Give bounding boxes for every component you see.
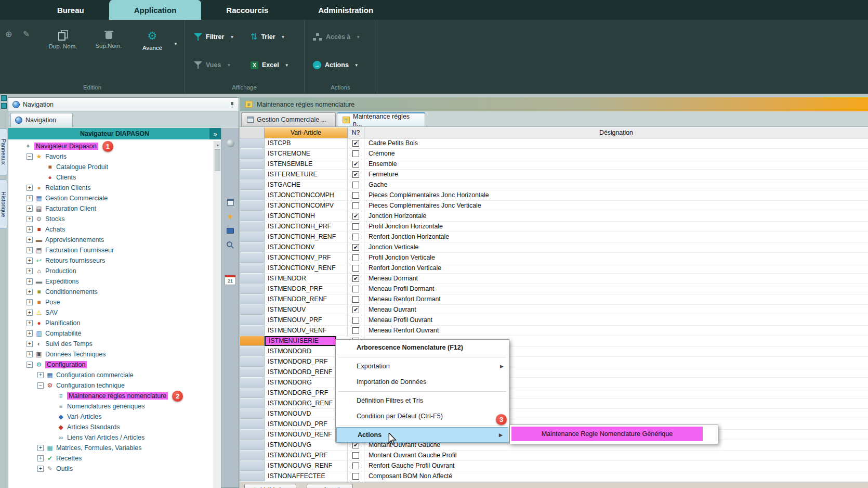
table-row-istmenouv[interactable]: ISTMENOUV✔Meneau Ouvrant [240, 305, 868, 315]
row-selector[interactable] [240, 284, 265, 294]
tree-item-nomenclatures-g-n-riques[interactable]: ≡Nomenclatures génériques [8, 401, 214, 412]
filtrer-caret-icon[interactable]: ▼ [230, 35, 234, 40]
checkbox-unchecked-icon[interactable] [352, 463, 359, 469]
row-selector[interactable] [240, 346, 265, 356]
tree-item-catalogue-produit[interactable]: ■Catalogue Produit [8, 162, 214, 172]
row-selector[interactable] [240, 451, 265, 460]
expand-icon[interactable]: + [27, 341, 33, 347]
expand-icon[interactable]: + [27, 206, 33, 212]
tab-maintenance-regles[interactable]: Maintenance régles n... [337, 112, 425, 126]
scrollbar-thumb[interactable] [215, 149, 220, 171]
expand-icon[interactable]: + [27, 216, 33, 222]
acces-a-caret-icon[interactable]: ▼ [356, 35, 360, 40]
expand-icon[interactable]: + [37, 466, 44, 472]
table-row-istmondorg[interactable]: ISTMONDORG [240, 378, 868, 388]
checkbox-unchecked-icon[interactable] [352, 223, 359, 230]
table-row-istjonctionv[interactable]: ISTJONCTIONV✔Jonction Verticale [240, 242, 868, 253]
checkbox-unchecked-icon[interactable] [352, 265, 359, 272]
row-selector[interactable] [240, 367, 265, 377]
dock-icon[interactable] [1, 95, 7, 101]
expand-icon[interactable]: + [37, 372, 44, 378]
checkbox-unchecked-icon[interactable] [352, 234, 359, 240]
checkbox-checked-icon[interactable]: ✔ [352, 244, 359, 251]
row-selector[interactable] [240, 274, 265, 284]
collapse-icon[interactable]: − [27, 153, 33, 160]
expand-icon[interactable]: + [27, 226, 33, 233]
calendar-icon[interactable]: 21 [221, 275, 239, 285]
expand-icon[interactable]: + [27, 268, 33, 274]
expand-icon[interactable]: + [37, 445, 44, 451]
pin-icon[interactable] [229, 102, 234, 108]
tab-navigation[interactable]: Navigation [10, 113, 73, 127]
avance-button[interactable]: ⚙ Avancé [135, 27, 169, 59]
row-selector[interactable] [240, 190, 265, 200]
expand-icon[interactable]: + [37, 455, 44, 461]
submenu-item-maintenance-regle[interactable]: Maintenance Regle Nomenclature Générique [511, 427, 703, 441]
table-row-istmenuiserie[interactable]: ISTMENUISERIE [240, 336, 868, 346]
table-row-istjonctioncompv[interactable]: ISTJONCTIONCOMPVPieces Complémentaires J… [240, 201, 868, 211]
expand-icon[interactable]: + [27, 310, 33, 316]
tree-item-recettes[interactable]: +✔Recettes [8, 453, 214, 464]
table-row-istjonctionh[interactable]: ISTJONCTIONH✔Jonction Horizontale [240, 211, 868, 222]
trier-button[interactable]: ⇅ Trier ▼ [251, 28, 285, 46]
row-selector[interactable] [240, 326, 265, 336]
row-selector[interactable] [240, 222, 265, 232]
checkbox-unchecked-icon[interactable] [352, 327, 359, 334]
row-selector[interactable] [240, 357, 265, 367]
row-selector[interactable] [240, 419, 265, 429]
table-row-istjonctionh-renf[interactable]: ISTJONCTIONH_RENFRenfort Jonction Horizo… [240, 232, 868, 242]
row-selector[interactable] [240, 378, 265, 388]
acces-a-button[interactable]: Accès à ▼ [313, 28, 360, 46]
vues-button[interactable]: Vues ▼ [194, 56, 231, 74]
expand-icon[interactable]: + [27, 299, 33, 305]
search-icon[interactable] [221, 241, 239, 249]
tree-item-planification[interactable]: +●Planification [8, 318, 214, 328]
row-selector[interactable] [240, 263, 265, 273]
row-selector[interactable] [240, 138, 265, 148]
edit-icon[interactable]: ✎ [23, 29, 30, 39]
row-selector[interactable] [240, 388, 265, 398]
tree-item-vari-articles[interactable]: ◆Vari-Articles [8, 412, 214, 422]
table-row-istnonaffectee[interactable]: ISTNONAFFECTEEComposant BOM Non Affecté [240, 471, 868, 482]
tree-item-facturation-fournisseur[interactable]: +▤Facturation Fournisseur [8, 245, 214, 255]
table-row-istcremone[interactable]: ISTCREMONECrémone [240, 149, 868, 159]
tree-item-pose[interactable]: +■Pose [8, 297, 214, 307]
table-row-istjonctioncomph[interactable]: ISTJONCTIONCOMPHPieces Complémentaires J… [240, 190, 868, 201]
sphere-icon[interactable] [221, 139, 239, 147]
tree-item-approvisionnements[interactable]: +▬Approvisionnements [8, 235, 214, 245]
menu-item-actions[interactable]: Actions▶3 [336, 427, 508, 443]
tree-item-outils[interactable]: +✎Outils [8, 464, 214, 474]
checkbox-checked-icon[interactable]: ✔ [352, 140, 359, 147]
filtrer-button[interactable]: Filtrer ▼ [194, 28, 234, 46]
row-selector[interactable] [240, 211, 265, 221]
menu-item-importation-de-donn-es[interactable]: Importation de Données [336, 374, 509, 390]
checkbox-checked-icon[interactable]: ✔ [352, 213, 359, 220]
tree-item-conditionnements[interactable]: +■Conditionnements [8, 287, 214, 297]
expand-icon[interactable]: + [27, 258, 33, 264]
checkbox-unchecked-icon[interactable] [352, 296, 359, 303]
tree-item-exp-ditions[interactable]: +▬Expéditions [8, 276, 214, 287]
scroll-up-icon[interactable]: ▲ [214, 141, 221, 148]
navigator-expand-button[interactable]: » [209, 128, 221, 139]
table-row-istcpb[interactable]: ISTCPB✔Cadre Petits Bois [240, 138, 868, 149]
table-row-istmondord-renf[interactable]: ISTMONDORD_RENF [240, 367, 868, 378]
tree-item-configuration[interactable]: −⚙Configuration [8, 359, 214, 370]
tree-item-suivi-des-temps[interactable]: +◐Suivi des Temps [8, 339, 214, 349]
select-all-header[interactable] [240, 127, 265, 138]
checkbox-unchecked-icon[interactable] [352, 150, 359, 157]
menu-item-exportation[interactable]: Exportation▶ [336, 358, 509, 374]
star-icon[interactable]: ★ [221, 213, 239, 220]
checkbox-unchecked-icon[interactable] [352, 192, 359, 199]
tree-item-achats[interactable]: +■Achats [8, 224, 214, 235]
column-header-vari-article[interactable]: Vari-Article [265, 127, 348, 138]
excel-button[interactable]: X Excel ▼ [251, 56, 289, 74]
collapse-icon[interactable]: − [37, 382, 44, 389]
tree-item-favoris[interactable]: −★Favoris [8, 151, 214, 162]
tree-item-relation-clients[interactable]: +●Relation Clients [8, 183, 214, 193]
tree-item-clients[interactable]: ●Clients [8, 172, 214, 183]
menu-item-d-finition-filtres-et-tris[interactable]: Définition Filtres et Tris [336, 393, 509, 408]
row-selector[interactable] [240, 232, 265, 242]
row-selector[interactable] [240, 471, 265, 481]
tree-item-stocks[interactable]: +⚙Stocks [8, 214, 214, 224]
tree-item-production[interactable]: +⌂Production [8, 266, 214, 276]
